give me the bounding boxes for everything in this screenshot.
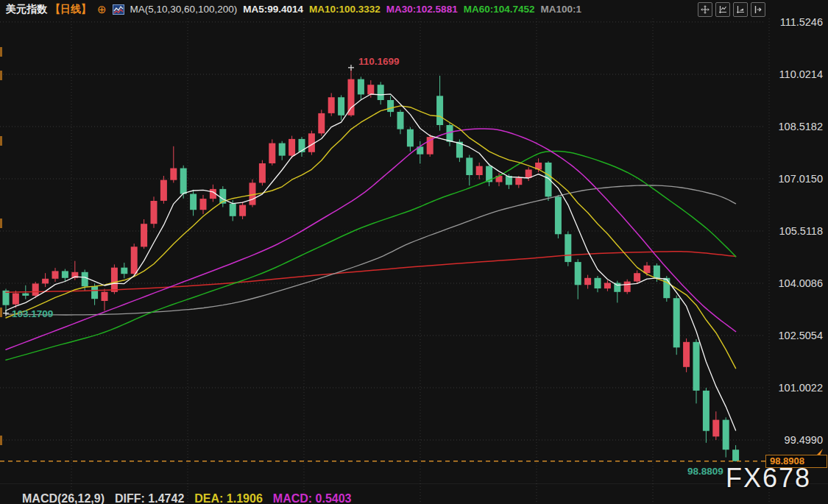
ma30-value: MA30:102.5881 <box>386 4 458 15</box>
macd-diff-value: DIFF: 1.4742 <box>115 492 184 504</box>
add-compare-icon[interactable]: ⊕ <box>97 4 107 15</box>
ma10-value: MA10:100.3332 <box>309 4 381 15</box>
ma-lines-layer <box>6 94 736 430</box>
ma5-value: MA5:99.4014 <box>243 4 303 15</box>
y-axis-label: 99.4990 <box>767 434 826 446</box>
main-pane-layout-icon <box>718 5 727 14</box>
ma100-line <box>6 185 736 315</box>
ma60-value: MA60:104.7452 <box>464 4 535 15</box>
y-axis-label: 110.0214 <box>767 68 826 80</box>
ma-params-label: MA(5,10,30,60,100,200) <box>130 4 238 15</box>
mini-chart-icon <box>113 4 124 15</box>
macd-dea-value: DEA: 1.1906 <box>194 492 263 504</box>
period-low-label: 98.8809 <box>687 466 723 477</box>
macd-indicator-row: MACD(26,12,9) DIFF: 1.4742 DEA: 1.1906 M… <box>22 492 352 504</box>
candlestick-layer <box>3 69 740 461</box>
symbol-title: 美元指数 <box>6 3 47 16</box>
macd-params-label: MACD(26,12,9) <box>22 492 105 504</box>
crosshair-icon <box>701 5 710 14</box>
ma10-line <box>6 106 736 369</box>
period-selector[interactable]: 【日线】 <box>50 3 91 16</box>
period-high-label: 110.1699 <box>358 56 400 67</box>
ma5-line <box>6 94 736 430</box>
ma100-value-clipped: MA100:1 <box>540 4 581 15</box>
sub-pane-layout-icon <box>736 5 745 14</box>
left-low-label: 103.1709 <box>12 308 53 319</box>
fx678-watermark: FX678 <box>726 463 811 494</box>
main-pane-layout-button[interactable] <box>715 2 730 17</box>
y-axis-label: 104.0086 <box>767 277 826 289</box>
panel-divider <box>0 483 828 484</box>
ma30-line <box>6 129 736 349</box>
left-edge-clipped-marks <box>0 47 2 445</box>
y-axis-label: 102.5054 <box>767 330 826 341</box>
y-axis-label: 108.5182 <box>767 121 826 132</box>
grid-layer <box>0 18 769 504</box>
collapse-right-panel-icon <box>754 5 762 14</box>
y-axis-label: 105.5118 <box>767 225 826 237</box>
trading-app-window: { "toolbar": { "symbol": "美元指数", "period… <box>0 0 828 504</box>
y-axis-label: 107.0150 <box>767 173 826 185</box>
toolbar-button-group <box>698 2 765 17</box>
sub-pane-layout-button[interactable] <box>733 2 748 17</box>
crosshair-button[interactable] <box>698 2 712 17</box>
macd-value: MACD: 0.5403 <box>273 492 352 504</box>
y-axis-label: 101.0022 <box>767 382 826 394</box>
candlestick-chart-canvas[interactable] <box>0 0 828 504</box>
collapse-right-panel-button[interactable] <box>751 2 765 17</box>
